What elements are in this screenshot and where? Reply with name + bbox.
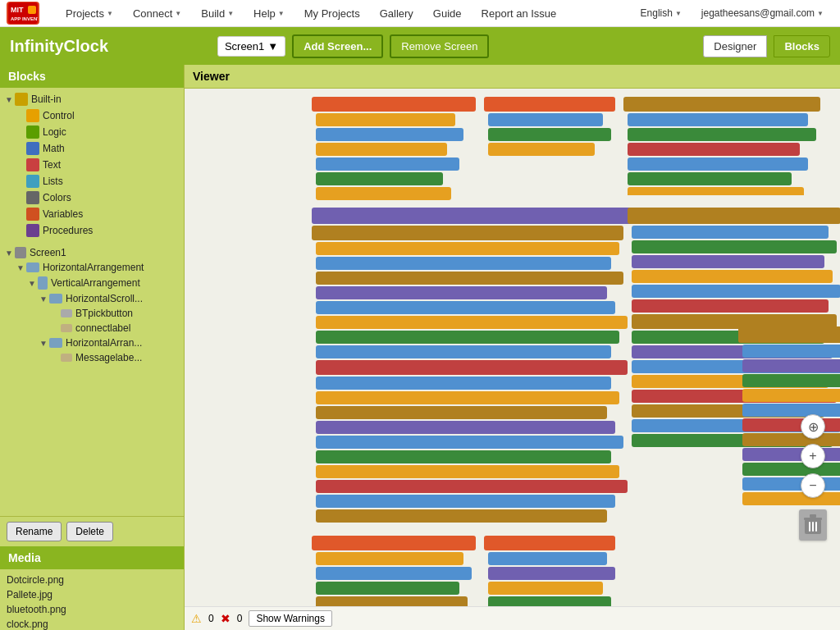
rename-button[interactable]: Rename bbox=[7, 522, 62, 541]
horizontal-arrangement-1[interactable]: ▼ HorizontalArrangement bbox=[11, 260, 184, 275]
nav-connect[interactable]: Connect ▼ bbox=[123, 0, 191, 27]
warning-bar: ⚠ 0 ✖ 0 Show Warnings bbox=[185, 606, 840, 630]
sidebar-tree: ▼ Built-in Control Logic Math bbox=[0, 88, 184, 516]
svg-rect-21 bbox=[623, 97, 820, 112]
zoom-in-button[interactable]: + bbox=[801, 444, 825, 468]
vertical-arrangement[interactable]: ▼ VerticalArrangement bbox=[23, 275, 184, 291]
nav-report-issue[interactable]: Report an Issue bbox=[472, 0, 567, 27]
nav-projects[interactable]: Projects ▼ bbox=[56, 0, 123, 27]
svg-rect-69 bbox=[742, 389, 840, 402]
text-icon bbox=[26, 158, 39, 171]
collapse-icon: ▼ bbox=[15, 262, 26, 273]
add-screen-button[interactable]: Add Screen... bbox=[292, 34, 383, 58]
blocks-button[interactable]: Blocks bbox=[774, 35, 830, 57]
svg-rect-65 bbox=[738, 326, 840, 343]
svg-rect-35 bbox=[316, 316, 628, 329]
svg-rect-90 bbox=[812, 522, 814, 532]
remove-screen-button[interactable]: Remove Screen bbox=[390, 34, 489, 58]
sidebar-item-logic[interactable]: Logic bbox=[11, 124, 184, 140]
block-group-3 bbox=[312, 208, 656, 530]
svg-rect-44 bbox=[316, 450, 611, 463]
nav-gallery[interactable]: Gallery bbox=[370, 0, 423, 27]
math-icon bbox=[26, 142, 39, 155]
svg-rect-87 bbox=[488, 596, 611, 606]
sidebar-item-lists[interactable]: Lists bbox=[11, 173, 184, 189]
screen1-toggle[interactable]: ▼ Screen1 bbox=[0, 245, 184, 260]
sidebar-actions: Rename Delete bbox=[0, 516, 184, 546]
screen-selector[interactable]: Screen1 ▼ bbox=[217, 36, 285, 57]
component-icon bbox=[49, 294, 62, 304]
nav-help[interactable]: Help ▼ bbox=[244, 0, 294, 27]
center-button[interactable]: ⊕ bbox=[801, 414, 825, 439]
svg-rect-12 bbox=[316, 128, 463, 141]
svg-rect-25 bbox=[628, 158, 808, 171]
nav-user-account[interactable]: jegatheesans@gmail.com ▼ bbox=[692, 0, 833, 27]
chevron-down-icon: ▼ bbox=[175, 10, 181, 17]
sidebar-item-math[interactable]: Math bbox=[11, 140, 184, 157]
sidebar-item-colors[interactable]: Colors bbox=[11, 189, 184, 206]
bt-pick-button[interactable]: BTpickbutton bbox=[46, 306, 184, 321]
connect-label[interactable]: connectlabel bbox=[46, 321, 184, 336]
horizontal-scroll[interactable]: ▼ HorizontalScroll... bbox=[34, 291, 184, 306]
builtin-toggle[interactable]: ▼ Built-in bbox=[0, 91, 184, 107]
svg-rect-92 bbox=[804, 518, 822, 520]
app-title: InfinityClock bbox=[10, 37, 211, 56]
svg-rect-15 bbox=[316, 172, 443, 185]
trash-button[interactable] bbox=[799, 509, 827, 541]
sidebar-item-text[interactable]: Text bbox=[11, 157, 184, 173]
media-item[interactable]: Dotcircle.png bbox=[7, 573, 177, 587]
svg-text:APP INVENTOR: APP INVENTOR bbox=[11, 16, 38, 21]
svg-rect-22 bbox=[628, 113, 808, 126]
app-logo: MIT APP INVENTOR bbox=[7, 2, 43, 25]
block-group-1 bbox=[312, 97, 623, 206]
collapse-icon: ▼ bbox=[3, 247, 15, 258]
viewer-canvas[interactable] bbox=[185, 89, 840, 606]
blocks-area bbox=[185, 89, 840, 606]
viewer-header: Viewer bbox=[185, 65, 840, 89]
svg-rect-91 bbox=[815, 522, 817, 532]
logic-icon bbox=[26, 126, 39, 139]
svg-rect-26 bbox=[628, 172, 792, 185]
svg-rect-48 bbox=[316, 509, 607, 523]
delete-button[interactable]: Delete bbox=[66, 522, 113, 541]
zoom-out-button[interactable]: − bbox=[801, 473, 825, 498]
media-item[interactable]: Pallete.jpg bbox=[7, 587, 177, 602]
svg-rect-89 bbox=[809, 522, 810, 532]
sidebar-item-procedures[interactable]: Procedures bbox=[11, 222, 184, 239]
svg-rect-45 bbox=[316, 465, 619, 478]
svg-rect-38 bbox=[316, 360, 628, 375]
media-item[interactable]: clock.png bbox=[7, 617, 177, 630]
show-warnings-button[interactable]: Show Warnings bbox=[249, 610, 332, 627]
sidebar-item-control[interactable]: Control bbox=[11, 107, 184, 124]
media-list: Dotcircle.png Pallete.jpg bluetooth.png … bbox=[0, 569, 184, 630]
block-group-6 bbox=[312, 536, 623, 606]
svg-rect-93 bbox=[810, 514, 816, 518]
control-icon bbox=[26, 109, 39, 122]
block-group-2 bbox=[623, 97, 829, 198]
svg-rect-54 bbox=[632, 285, 840, 298]
mit-logo-icon: MIT APP INVENTOR bbox=[7, 2, 39, 25]
message-label[interactable]: Messagelabe... bbox=[46, 350, 184, 365]
svg-rect-17 bbox=[484, 97, 615, 112]
horizontal-arrangement-2[interactable]: ▼ HorizontalArran... bbox=[34, 336, 184, 350]
svg-rect-11 bbox=[316, 113, 455, 126]
viewer-controls: ⊕ + − bbox=[799, 414, 827, 541]
designer-button[interactable]: Designer bbox=[703, 35, 767, 57]
sidebar-item-variables[interactable]: Variables bbox=[11, 206, 184, 222]
chevron-down-icon: ▼ bbox=[278, 10, 285, 17]
media-item[interactable]: bluetooth.png bbox=[7, 602, 177, 617]
component-icon bbox=[61, 354, 72, 362]
svg-rect-86 bbox=[488, 582, 603, 595]
warnings-count: 0 bbox=[208, 613, 214, 624]
app-bar: InfinityClock Screen1 ▼ Add Screen... Re… bbox=[0, 27, 840, 65]
svg-rect-85 bbox=[488, 567, 615, 580]
svg-rect-19 bbox=[488, 128, 611, 141]
nav-guide[interactable]: Guide bbox=[423, 0, 472, 27]
nav-build[interactable]: Build ▼ bbox=[191, 0, 244, 27]
nav-my-projects[interactable]: My Projects bbox=[294, 0, 370, 27]
svg-rect-78 bbox=[316, 552, 463, 565]
top-nav: MIT APP INVENTOR Projects ▼ Connect ▼ Bu… bbox=[0, 0, 840, 27]
nav-language[interactable]: English ▼ bbox=[631, 0, 692, 27]
main-content: Blocks ▼ Built-in Control Logic bbox=[0, 65, 840, 630]
svg-rect-39 bbox=[316, 377, 611, 390]
